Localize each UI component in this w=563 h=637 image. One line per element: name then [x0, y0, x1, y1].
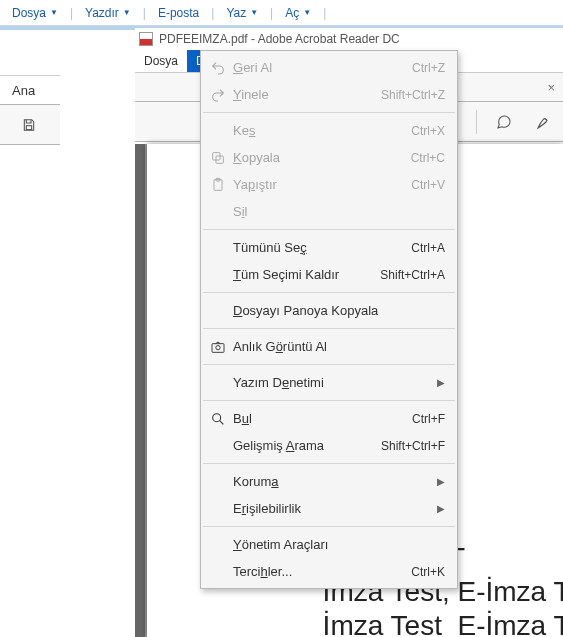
- menu-separator: [203, 526, 455, 527]
- outer-item-eposta[interactable]: E-posta: [152, 4, 205, 22]
- label: Yinele: [233, 87, 381, 102]
- menu-item-cut[interactable]: Kes Ctrl+X: [201, 117, 457, 144]
- label: E-posta: [158, 6, 199, 20]
- save-icon[interactable]: [16, 112, 42, 138]
- label: Tümünü Seç: [233, 240, 411, 255]
- blank-icon: [207, 302, 229, 320]
- tab-close-icon[interactable]: ×: [547, 80, 555, 95]
- shortcut: Ctrl+K: [411, 565, 445, 579]
- label: Kopyala: [233, 150, 411, 165]
- shortcut: Ctrl+F: [412, 412, 445, 426]
- outer-item-ac[interactable]: Aç ▼: [279, 4, 317, 22]
- blank-icon: [207, 437, 229, 455]
- menu-item-deselect-all[interactable]: Tüm Seçimi Kaldır Shift+Ctrl+A: [201, 261, 457, 288]
- blank-icon: [207, 563, 229, 581]
- blank-icon: [207, 203, 229, 221]
- menu-item-admin-tools[interactable]: Yönetim Araçları: [201, 531, 457, 558]
- adobe-reader-window: PDFEEIMZA.pdf - Adobe Acrobat Reader DC …: [135, 28, 563, 637]
- chevron-down-icon: ▼: [303, 8, 311, 17]
- chevron-down-icon: ▼: [250, 8, 258, 17]
- menu-item-protection[interactable]: Koruma ▶: [201, 468, 457, 495]
- blank-icon: [207, 374, 229, 392]
- submenu-arrow-icon: ▶: [437, 377, 445, 388]
- menu-item-copy-file-to-clipboard[interactable]: Dosyayı Panoya Kopyala: [201, 297, 457, 324]
- search-icon: [207, 410, 229, 428]
- camera-icon: [207, 338, 229, 356]
- menu-separator: [203, 112, 455, 113]
- label: Erişilebilirlik: [233, 501, 437, 516]
- svg-rect-4: [212, 343, 224, 352]
- label: Yazım Denetimi: [233, 375, 437, 390]
- label: Sil: [233, 204, 445, 219]
- menu-item-take-snapshot[interactable]: Anlık Görüntü Al: [201, 333, 457, 360]
- menu-separator: [203, 400, 455, 401]
- label: Tüm Seçimi Kaldır: [233, 267, 380, 282]
- blank-icon: [207, 239, 229, 257]
- outer-item-yazdir[interactable]: Yazdır ▼: [79, 4, 137, 22]
- label: Yaz: [226, 6, 246, 20]
- shortcut: Ctrl+X: [411, 124, 445, 138]
- copy-icon: [207, 149, 229, 167]
- label: Bul: [233, 411, 412, 426]
- label: Aç: [285, 6, 299, 20]
- parent-app-toolbar: Dosya ▼ | Yazdır ▼ | E-posta | Yaz ▼ | A…: [0, 0, 563, 26]
- redo-icon: [207, 86, 229, 104]
- blank-icon: [207, 536, 229, 554]
- separator: [476, 110, 477, 134]
- titlebar: PDFEEIMZA.pdf - Adobe Acrobat Reader DC: [135, 28, 563, 50]
- outer-item-yaz[interactable]: Yaz ▼: [220, 4, 264, 22]
- label: Gelişmiş Arama: [233, 438, 381, 453]
- pdf-file-icon: [139, 32, 153, 46]
- menu-separator: [203, 364, 455, 365]
- outer-item-dosya[interactable]: Dosya ▼: [6, 4, 64, 22]
- scroll-gutter: [135, 144, 145, 637]
- menu-item-advanced-search[interactable]: Gelişmiş Arama Shift+Ctrl+F: [201, 432, 457, 459]
- shortcut: Shift+Ctrl+A: [380, 268, 445, 282]
- menu-dosya[interactable]: Dosya: [135, 50, 187, 72]
- svg-rect-7: [26, 125, 31, 129]
- menu-item-paste[interactable]: Yapıştır Ctrl+V: [201, 171, 457, 198]
- menu-item-spell-check[interactable]: Yazım Denetimi ▶: [201, 369, 457, 396]
- toolstrip-left-fragment: [0, 105, 60, 145]
- label: Yazdır: [85, 6, 119, 20]
- label: Koruma: [233, 474, 437, 489]
- shortcut: Ctrl+C: [411, 151, 445, 165]
- sign-icon[interactable]: [531, 109, 557, 135]
- menu-item-accessibility[interactable]: Erişilebilirlik ▶: [201, 495, 457, 522]
- menu-separator: [203, 229, 455, 230]
- menu-item-preferences[interactable]: Tercihler... Ctrl+K: [201, 558, 457, 585]
- menu-item-find[interactable]: Bul Ctrl+F: [201, 405, 457, 432]
- tab-home-fragment[interactable]: Ana: [0, 75, 60, 105]
- menu-item-redo[interactable]: Yinele Shift+Ctrl+Z: [201, 81, 457, 108]
- label: Tercihler...: [233, 564, 411, 579]
- menu-item-delete[interactable]: Sil: [201, 198, 457, 225]
- blank-icon: [207, 122, 229, 140]
- undo-icon: [207, 59, 229, 77]
- svg-point-5: [216, 345, 220, 349]
- label: Dosya: [12, 6, 46, 20]
- blank-icon: [207, 473, 229, 491]
- label: Geri Al: [233, 60, 412, 75]
- submenu-arrow-icon: ▶: [437, 503, 445, 514]
- submenu-arrow-icon: ▶: [437, 476, 445, 487]
- chevron-down-icon: ▼: [50, 8, 58, 17]
- label: Anlık Görüntü Al: [233, 339, 445, 354]
- label: Yönetim Araçları: [233, 537, 445, 552]
- label: Dosyayı Panoya Kopyala: [233, 303, 445, 318]
- label: Kes: [233, 123, 411, 138]
- menu-item-copy[interactable]: Kopyala Ctrl+C: [201, 144, 457, 171]
- tab-label: Ana: [12, 83, 35, 98]
- blank-icon: [207, 500, 229, 518]
- menu-item-select-all[interactable]: Tümünü Seç Ctrl+A: [201, 234, 457, 261]
- chevron-down-icon: ▼: [123, 8, 131, 17]
- menu-separator: [203, 328, 455, 329]
- edit-menu: Geri Al Ctrl+Z Yinele Shift+Ctrl+Z Kes C…: [200, 50, 458, 589]
- svg-point-6: [213, 413, 221, 421]
- menu-item-undo[interactable]: Geri Al Ctrl+Z: [201, 54, 457, 81]
- comment-icon[interactable]: [491, 109, 517, 135]
- menu-separator: [203, 463, 455, 464]
- shortcut: Ctrl+V: [411, 178, 445, 192]
- menu-separator: [203, 292, 455, 293]
- window-title: PDFEEIMZA.pdf - Adobe Acrobat Reader DC: [159, 32, 400, 46]
- label: Yapıştır: [233, 177, 411, 192]
